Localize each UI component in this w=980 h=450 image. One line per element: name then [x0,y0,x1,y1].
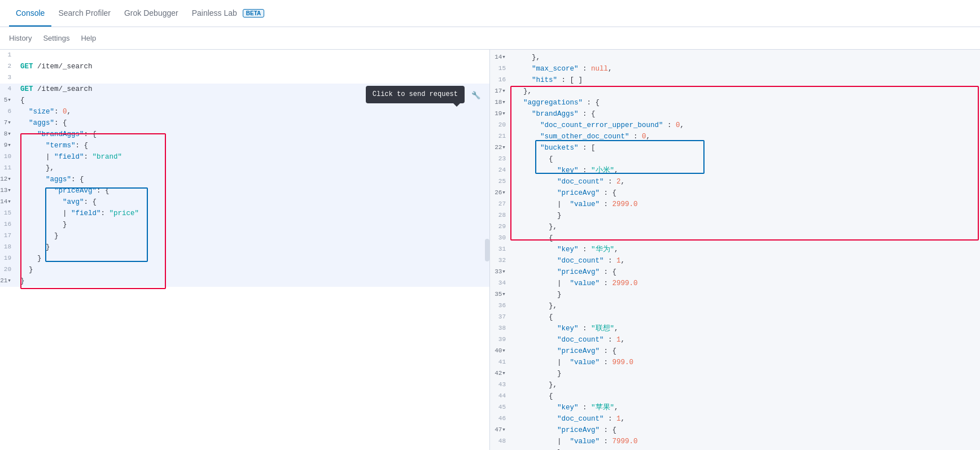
editor-line-8: 8▾ "brandAggs": { [0,129,489,140]
out-line-34: 34 | "value" : 2999.0 [490,278,980,289]
out-line-36: 36 }, [490,300,980,312]
tab-painless-lab[interactable]: Painless Lab BETA [185,1,272,27]
out-line-45: 45 "key" : "苹果", [490,402,980,413]
out-line-33: 33▾ "priceAvg" : { [490,266,980,278]
editor-line-13: 13▾ "priceAvg": { [0,185,489,196]
out-line-30: 30 { [490,233,980,244]
tab-grok-debugger[interactable]: Grok Debugger [117,1,185,27]
out-line-37: 37 { [490,312,980,323]
top-nav: Console Search Profiler Grok Debugger Pa… [0,0,980,27]
send-tooltip: Click to send request [366,86,465,103]
out-line-19: 19▾ "brandAggs" : { [490,108,980,120]
out-line-38: 38 "key" : "联想", [490,323,980,334]
editor-line-16: 16 } [0,219,489,230]
out-line-31: 31 "key" : "华为", [490,244,980,255]
out-line-48: 48 | "value" : 7999.0 [490,436,980,447]
out-line-21: 21 "sum_other_doc_count" : 0, [490,131,980,142]
out-line-17: 17▾ }, [490,86,980,97]
secondary-nav: History Settings Help [0,27,980,50]
editor-line-1: 1 [0,50,489,61]
out-line-27: 27 | "value" : 2999.0 [490,199,980,210]
wrench-button[interactable]: 🔧 [469,88,483,102]
editor-line-19: 19 } [0,253,489,264]
editor-line-17: 17 } [0,230,489,242]
out-line-24: 24 "key" : "小米", [490,165,980,176]
out-line-23: 23 { [490,154,980,165]
output-container: 14▾ }, 15 "max_score" : null, 16 "hits" … [490,50,980,450]
out-line-43: 43 }, [490,379,980,391]
out-line-14: 14▾ }, [490,52,980,63]
editor-line-4: 4 GET /item/_search Click to send reques… [0,84,489,95]
editor-line-11: 11 }, [0,163,489,174]
output-panel[interactable]: 14▾ }, 15 "max_score" : null, 16 "hits" … [490,50,980,450]
out-line-15: 15 "max_score" : null, [490,63,980,75]
panel-drag-handle[interactable] [485,239,489,261]
tab-search-profiler[interactable]: Search Profiler [51,1,117,27]
main-container: 1 2 GET /item/_search 3 4 GET /item/_sea… [0,50,980,450]
editor-line-2: 2 GET /item/_search [0,61,489,72]
out-line-41: 41 | "value" : 999.0 [490,357,980,368]
out-line-18: 18▾ "aggregations" : { [490,97,980,108]
out-line-49: 49▾ } [490,447,980,450]
out-line-29: 29 }, [490,221,980,233]
help-link[interactable]: Help [81,34,96,42]
editor-line-3: 3 [0,72,489,84]
beta-badge: BETA [243,9,264,18]
editor-line-15: 15 | "field": "price" [0,208,489,219]
out-line-22: 22▾ "buckets" : [ [490,142,980,154]
out-line-40: 40▾ "priceAvg" : { [490,346,980,357]
out-line-28: 28 } [490,210,980,221]
editor-line-6: 6 "size": 0, [0,106,489,117]
out-line-26: 26▾ "priceAvg" : { [490,187,980,199]
code-editor[interactable]: 1 2 GET /item/_search 3 4 GET /item/_sea… [0,50,489,287]
editor-line-7: 7▾ "aggs": { [0,117,489,129]
editor-line-9: 9▾ "terms": { [0,140,489,151]
out-line-39: 39 "doc_count" : 1, [490,334,980,346]
history-link[interactable]: History [9,34,32,42]
out-line-35: 35▾ } [490,289,980,300]
out-line-47: 47▾ "priceAvg" : { [490,425,980,436]
out-line-32: 32 "doc_count" : 1, [490,255,980,266]
out-line-25: 25 "doc_count" : 2, [490,176,980,187]
editor-line-18: 18 } [0,242,489,253]
settings-link[interactable]: Settings [43,34,69,42]
tab-console[interactable]: Console [9,1,51,27]
editor-line-20: 20 } [0,264,489,276]
editor-panel: 1 2 GET /item/_search 3 4 GET /item/_sea… [0,50,490,450]
editor-line-21: 21▾ } [0,276,489,287]
output-code: 14▾ }, 15 "max_score" : null, 16 "hits" … [490,50,980,450]
out-line-20: 20 "doc_count_error_upper_bound" : 0, [490,120,980,131]
out-line-16: 16 "hits" : [ ] [490,75,980,86]
out-line-42: 42▾ } [490,368,980,379]
out-line-46: 46 "doc_count" : 1, [490,413,980,425]
editor-line-10: 10 | "field": "brand" [0,151,489,163]
editor-line-12: 12▾ "aggs": { [0,174,489,185]
out-line-44: 44 { [490,391,980,402]
editor-line-14: 14▾ "avg": { [0,196,489,208]
